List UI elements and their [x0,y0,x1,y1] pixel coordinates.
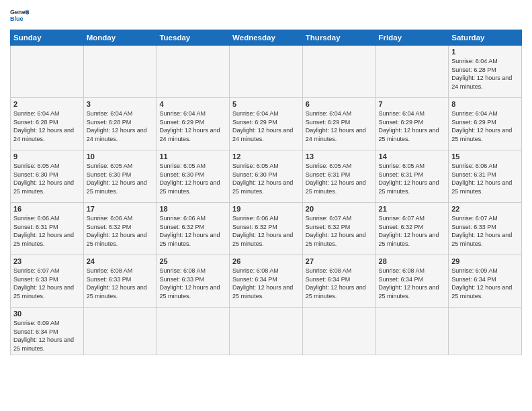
day-info: Sunrise: 6:04 AMSunset: 6:28 PMDaylight:… [13,109,81,143]
calendar-week-row-0: 1Sunrise: 6:04 AMSunset: 6:28 PMDaylight… [11,46,522,98]
calendar-cell [230,308,303,355]
day-number: 1 [451,48,519,56]
calendar-cell: 14Sunrise: 6:05 AMSunset: 6:31 PMDayligh… [375,150,449,203]
calendar-cell: 10Sunrise: 6:05 AMSunset: 6:30 PMDayligh… [83,150,157,203]
day-number: 24 [87,257,154,265]
header: General Blue [10,7,522,26]
calendar-cell: 17Sunrise: 6:06 AMSunset: 6:32 PMDayligh… [83,203,157,255]
day-number: 13 [306,152,373,161]
calendar-cell [230,46,303,98]
day-info: Sunrise: 6:05 AMSunset: 6:30 PMDaylight:… [13,162,81,195]
calendar-header-sunday: Sunday [11,30,84,46]
calendar-cell: 7Sunrise: 6:04 AMSunset: 6:29 PMDaylight… [375,98,449,150]
calendar-header-monday: Monday [83,30,157,46]
day-number: 23 [13,257,81,265]
calendar-cell: 27Sunrise: 6:08 AMSunset: 6:34 PMDayligh… [302,255,375,308]
calendar-cell: 2Sunrise: 6:04 AMSunset: 6:28 PMDaylight… [11,98,84,150]
day-info: Sunrise: 6:08 AMSunset: 6:34 PMDaylight:… [306,267,373,300]
calendar-cell: 9Sunrise: 6:05 AMSunset: 6:30 PMDaylight… [11,150,84,203]
calendar-cell: 23Sunrise: 6:07 AMSunset: 6:33 PMDayligh… [11,255,84,308]
calendar-header-friday: Friday [375,30,449,46]
calendar-cell: 21Sunrise: 6:07 AMSunset: 6:32 PMDayligh… [375,203,449,255]
calendar-cell: 24Sunrise: 6:08 AMSunset: 6:33 PMDayligh… [83,255,157,308]
day-info: Sunrise: 6:04 AMSunset: 6:28 PMDaylight:… [451,57,519,91]
calendar-cell: 13Sunrise: 6:05 AMSunset: 6:31 PMDayligh… [302,150,375,203]
calendar-cell [11,46,84,98]
calendar-week-row-4: 23Sunrise: 6:07 AMSunset: 6:33 PMDayligh… [11,255,522,308]
calendar-week-row-3: 16Sunrise: 6:06 AMSunset: 6:31 PMDayligh… [11,203,522,255]
calendar-cell: 6Sunrise: 6:04 AMSunset: 6:29 PMDaylight… [302,98,375,150]
day-number: 3 [87,100,154,108]
day-info: Sunrise: 6:07 AMSunset: 6:33 PMDaylight:… [451,214,519,248]
day-info: Sunrise: 6:05 AMSunset: 6:31 PMDaylight:… [306,162,373,195]
day-info: Sunrise: 6:05 AMSunset: 6:31 PMDaylight:… [379,162,446,195]
day-info: Sunrise: 6:04 AMSunset: 6:29 PMDaylight:… [159,109,226,143]
day-number: 25 [159,257,226,265]
day-number: 30 [13,310,81,318]
day-info: Sunrise: 6:08 AMSunset: 6:33 PMDaylight:… [87,267,154,300]
day-number: 10 [87,152,154,161]
day-info: Sunrise: 6:06 AMSunset: 6:31 PMDaylight:… [451,162,519,195]
calendar-cell: 28Sunrise: 6:08 AMSunset: 6:34 PMDayligh… [375,255,449,308]
day-number: 8 [451,100,519,108]
calendar-table: SundayMondayTuesdayWednesdayThursdayFrid… [10,30,522,355]
day-info: Sunrise: 6:04 AMSunset: 6:29 PMDaylight:… [379,109,446,143]
calendar-header-wednesday: Wednesday [230,30,303,46]
calendar-header-thursday: Thursday [302,30,375,46]
calendar-header-tuesday: Tuesday [157,30,230,46]
calendar-cell [83,46,157,98]
day-info: Sunrise: 6:04 AMSunset: 6:29 PMDaylight:… [451,109,519,143]
calendar-cell: 20Sunrise: 6:07 AMSunset: 6:32 PMDayligh… [302,203,375,255]
calendar-cell [449,308,522,355]
calendar-cell: 18Sunrise: 6:06 AMSunset: 6:32 PMDayligh… [157,203,230,255]
day-info: Sunrise: 6:06 AMSunset: 6:32 PMDaylight:… [87,214,154,248]
day-info: Sunrise: 6:04 AMSunset: 6:29 PMDaylight:… [232,109,300,143]
calendar-cell [302,46,375,98]
calendar-week-row-5: 30Sunrise: 6:09 AMSunset: 6:34 PMDayligh… [11,308,522,355]
day-number: 22 [451,205,519,213]
calendar-cell: 26Sunrise: 6:08 AMSunset: 6:34 PMDayligh… [230,255,303,308]
day-number: 7 [379,100,446,108]
calendar-cell [302,308,375,355]
calendar-header-saturday: Saturday [449,30,522,46]
day-info: Sunrise: 6:07 AMSunset: 6:32 PMDaylight:… [379,214,446,248]
day-number: 27 [306,257,373,265]
day-info: Sunrise: 6:05 AMSunset: 6:30 PMDaylight:… [87,162,154,195]
page: General Blue SundayMondayTuesdayWednesda… [0,0,532,411]
day-number: 16 [13,205,81,213]
calendar-cell: 12Sunrise: 6:05 AMSunset: 6:30 PMDayligh… [230,150,303,203]
calendar-cell [375,46,449,98]
day-number: 14 [379,152,446,161]
calendar-cell: 16Sunrise: 6:06 AMSunset: 6:31 PMDayligh… [11,203,84,255]
day-info: Sunrise: 6:04 AMSunset: 6:29 PMDaylight:… [306,109,373,143]
calendar-cell: 11Sunrise: 6:05 AMSunset: 6:30 PMDayligh… [157,150,230,203]
day-info: Sunrise: 6:06 AMSunset: 6:31 PMDaylight:… [13,214,81,248]
day-number: 11 [159,152,226,161]
day-number: 5 [232,100,300,108]
day-number: 18 [159,205,226,213]
day-number: 9 [13,152,81,161]
day-number: 28 [379,257,446,265]
generalblue-logo-icon: General Blue [10,7,29,26]
calendar-cell: 4Sunrise: 6:04 AMSunset: 6:29 PMDaylight… [157,98,230,150]
calendar-cell: 5Sunrise: 6:04 AMSunset: 6:29 PMDaylight… [230,98,303,150]
calendar-cell: 3Sunrise: 6:04 AMSunset: 6:28 PMDaylight… [83,98,157,150]
svg-text:Blue: Blue [10,15,24,22]
day-info: Sunrise: 6:05 AMSunset: 6:30 PMDaylight:… [232,162,300,195]
day-info: Sunrise: 6:07 AMSunset: 6:32 PMDaylight:… [306,214,373,248]
calendar-week-row-2: 9Sunrise: 6:05 AMSunset: 6:30 PMDaylight… [11,150,522,203]
calendar-cell: 22Sunrise: 6:07 AMSunset: 6:33 PMDayligh… [449,203,522,255]
calendar-cell: 29Sunrise: 6:09 AMSunset: 6:34 PMDayligh… [449,255,522,308]
calendar-week-row-1: 2Sunrise: 6:04 AMSunset: 6:28 PMDaylight… [11,98,522,150]
day-info: Sunrise: 6:08 AMSunset: 6:33 PMDaylight:… [159,267,226,300]
day-info: Sunrise: 6:06 AMSunset: 6:32 PMDaylight:… [232,214,300,248]
day-info: Sunrise: 6:08 AMSunset: 6:34 PMDaylight:… [379,267,446,300]
day-info: Sunrise: 6:05 AMSunset: 6:30 PMDaylight:… [159,162,226,195]
day-info: Sunrise: 6:08 AMSunset: 6:34 PMDaylight:… [232,267,300,300]
day-number: 17 [87,205,154,213]
day-info: Sunrise: 6:06 AMSunset: 6:32 PMDaylight:… [159,214,226,248]
day-info: Sunrise: 6:07 AMSunset: 6:33 PMDaylight:… [13,267,81,300]
day-number: 12 [232,152,300,161]
calendar-header-row: SundayMondayTuesdayWednesdayThursdayFrid… [11,30,522,46]
day-number: 6 [306,100,373,108]
